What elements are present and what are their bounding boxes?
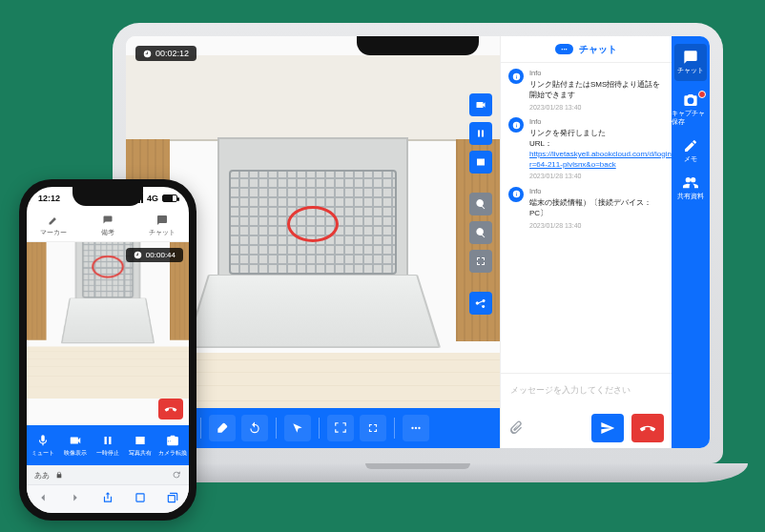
laptop-device: 00:02:12: [113, 23, 723, 482]
send-button[interactable]: [591, 414, 624, 442]
phone-video-pane: 00:00:44: [27, 242, 189, 425]
chat-panel: ··· チャット Info リンク貼付またはSMS招待より通話を開始できます 2…: [500, 36, 672, 448]
tool-pause-button[interactable]: [469, 122, 492, 145]
phone-url-bar[interactable]: ああ: [27, 465, 189, 484]
tab-label: 備考: [101, 228, 114, 237]
phone-tab-chat[interactable]: チャット: [134, 210, 189, 241]
pctl-video[interactable]: 映像表示: [59, 425, 92, 465]
bb-fullscreen-button[interactable]: [360, 415, 386, 441]
phone-controls: ミュート 映像表示 一時停止 写真共有 カメラ転換: [27, 425, 189, 465]
svg-point-2: [415, 427, 417, 429]
battery-icon: [162, 194, 177, 202]
chat-message: Info リンクを発行しましたURL：https://livetaskyell.…: [508, 117, 664, 181]
bb-undo-button[interactable]: [241, 415, 268, 441]
annotation-circle: [287, 206, 339, 242]
rail-chat[interactable]: チャット: [674, 44, 707, 81]
svg-point-3: [418, 427, 420, 429]
phone-hangup-button[interactable]: [158, 399, 183, 419]
rail-capture-label: キャプチャ保存: [672, 110, 710, 127]
msg-time: 2023/01/28 13:40: [529, 221, 664, 230]
tool-zoom-in-button[interactable]: [469, 193, 492, 215]
tool-zoom-out-button[interactable]: [469, 221, 492, 244]
tab-label: マーカー: [40, 228, 67, 237]
chat-message: Info リンク貼付またはSMS招待より通話を開始できます 2023/01/28…: [508, 69, 664, 112]
safari-tabs[interactable]: [166, 491, 179, 508]
safari-share[interactable]: [101, 491, 114, 508]
info-avatar-icon: [508, 187, 524, 202]
chat-messages[interactable]: Info リンク貼付またはSMS招待より通話を開始できます 2023/01/28…: [501, 63, 672, 373]
call-timer: 00:02:12: [135, 46, 196, 61]
safari-back[interactable]: [36, 491, 50, 508]
tool-photo-button[interactable]: [469, 151, 492, 174]
shared-video-still: [189, 55, 437, 399]
msg-sender: Info: [529, 117, 672, 127]
laptop-screen: 00:02:12: [126, 36, 710, 448]
msg-time: 2023/01/28 13:40: [529, 103, 664, 112]
phone-tabs: マーカー 備考 チャット: [27, 210, 189, 242]
info-avatar-icon: [508, 117, 524, 133]
bb-more-button[interactable]: [403, 415, 429, 441]
chat-header: ··· チャット: [501, 36, 672, 63]
safari-forward[interactable]: [69, 491, 82, 508]
tool-share-button[interactable]: [469, 292, 492, 315]
msg-sender: Info: [529, 187, 664, 196]
chat-header-title: チャット: [579, 43, 617, 56]
bb-eraser-button[interactable]: [209, 415, 236, 441]
hangup-button[interactable]: [631, 414, 664, 442]
rail-capture[interactable]: キャプチャ保存: [672, 92, 710, 127]
url-aa: ああ: [34, 470, 50, 481]
rail-memo-label: メモ: [684, 155, 697, 164]
lock-icon: [55, 471, 63, 479]
tool-video-button[interactable]: [469, 93, 492, 116]
phone-notch: [72, 187, 143, 206]
phone-tab-note[interactable]: 備考: [81, 210, 135, 241]
rail-members-label: 共有資料: [677, 193, 704, 201]
phone-timer-value: 00:00:44: [146, 251, 176, 259]
pctl-mute[interactable]: ミュート: [27, 425, 59, 465]
tool-fit-button[interactable]: [469, 250, 492, 273]
network-label: 4G: [147, 194, 158, 203]
phone-device: 12:12 4G マーカー 備考 チャット: [19, 179, 196, 521]
laptop-notch: [357, 36, 479, 55]
pctl-switch[interactable]: カメラ転換: [156, 425, 189, 465]
msg-time: 2023/01/28 13:40: [529, 172, 672, 180]
safari-bookmarks[interactable]: [134, 491, 147, 508]
bb-capture-button[interactable]: [327, 415, 354, 441]
phone-browser-bar: [27, 484, 189, 513]
msg-text: 端末の接続情報）〔接続デバイス：PC〕: [529, 198, 664, 219]
chat-header-badge: ···: [555, 44, 573, 54]
reload-icon[interactable]: [172, 470, 181, 480]
rail-members[interactable]: 共有資料: [677, 175, 704, 201]
info-avatar-icon: [508, 69, 524, 84]
chat-input[interactable]: メッセージを入力してください: [507, 379, 666, 402]
status-clock: 12:12: [38, 194, 60, 203]
tab-label: チャット: [149, 228, 176, 237]
attach-button[interactable]: [508, 419, 524, 437]
rail-capture-badge: [698, 91, 706, 98]
msg-text: リンク貼付またはSMS招待より通話を開始できます: [529, 80, 664, 101]
bb-pointer-button[interactable]: [284, 415, 311, 441]
right-rail: チャット キャプチャ保存 メモ 共有資料: [672, 36, 710, 448]
msg-sender: Info: [529, 69, 664, 78]
pctl-pause[interactable]: 一時停止: [92, 425, 124, 465]
rail-chat-label: チャット: [677, 67, 704, 75]
msg-text: リンクを発行しましたURL：https://livetaskyell.abook…: [529, 129, 672, 170]
pctl-photo[interactable]: 写真共有: [124, 425, 156, 465]
call-timer-value: 00:02:12: [155, 49, 189, 58]
chat-message: Info 端末の接続情報）〔接続デバイス：PC〕 2023/01/28 13:4…: [508, 187, 664, 230]
phone-tab-marker[interactable]: マーカー: [27, 210, 81, 241]
floating-tools: [469, 93, 492, 315]
svg-point-1: [411, 427, 413, 429]
phone-call-timer: 00:00:44: [126, 248, 183, 262]
rail-memo[interactable]: メモ: [683, 138, 698, 164]
